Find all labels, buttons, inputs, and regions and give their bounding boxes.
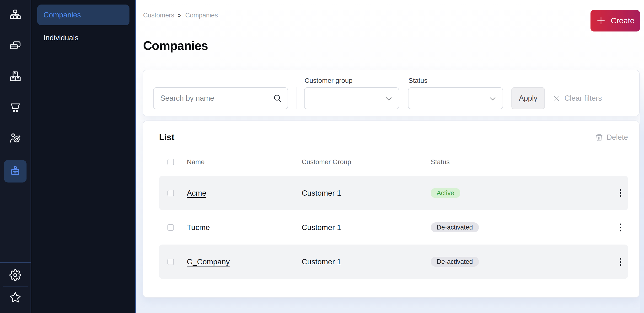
list-header: List Delete [159, 121, 628, 143]
topbar: Customers > Companies Create [136, 0, 644, 31]
table-header: Name Customer Group Status [159, 148, 628, 176]
org-chart-icon[interactable] [4, 3, 26, 26]
row-actions-kebab[interactable] [617, 256, 624, 268]
column-header-name: Name [187, 158, 302, 166]
customer-badge-icon[interactable] [4, 160, 26, 182]
chevron-down-icon [488, 94, 497, 103]
rail-divider [0, 262, 31, 263]
column-header-customer-group: Customer Group [302, 158, 431, 166]
customer-group-field: Customer group [304, 77, 399, 109]
filter-card: Customer group Status Apply Clear filter… [142, 70, 640, 116]
search-icon [273, 94, 282, 103]
breadcrumb-companies[interactable]: Companies [185, 12, 218, 19]
settings-gear-icon[interactable] [9, 269, 22, 281]
rail-divider [3, 287, 28, 287]
sidebar-item-individuals[interactable]: Individuals [37, 27, 130, 48]
sidebar-item-label: Individuals [44, 34, 78, 42]
status-field: Status [408, 77, 503, 109]
customer-group-cell: Customer 1 [302, 223, 431, 232]
favorites-star-icon[interactable] [9, 291, 22, 304]
status-label: Status [408, 77, 503, 84]
clear-filters-label: Clear filters [564, 94, 602, 103]
customer-group-cell: Customer 1 [302, 189, 431, 197]
delete-label: Delete [606, 133, 628, 142]
row-checkbox[interactable] [168, 190, 174, 196]
status-badge: Active [431, 188, 460, 198]
search-input[interactable] [153, 87, 288, 109]
secondary-sidebar: Companies Individuals [31, 0, 136, 313]
target-audience-icon[interactable] [4, 127, 26, 149]
payments-icon[interactable] [4, 34, 26, 57]
chevron-down-icon [384, 94, 393, 103]
company-name-link[interactable]: G_Company [187, 257, 230, 266]
row-actions-kebab[interactable] [617, 187, 624, 199]
create-button-label: Create [611, 16, 634, 25]
sidebar-item-label: Companies [44, 11, 81, 19]
apply-button[interactable]: Apply [512, 87, 545, 109]
breadcrumb-customers[interactable]: Customers [143, 12, 174, 19]
list-card: List Delete Name Customer Group Status A… [142, 121, 640, 298]
row-actions-kebab[interactable] [617, 221, 624, 234]
delete-button[interactable]: Delete [595, 133, 628, 142]
column-header-status: Status [431, 158, 613, 166]
list-heading: List [159, 132, 174, 143]
row-checkbox[interactable] [168, 224, 174, 231]
icon-rail [0, 0, 31, 313]
cart-icon[interactable] [4, 96, 26, 118]
table-body: Acme Customer 1 Active Tucme Customer 1 … [159, 176, 628, 279]
company-name-link[interactable]: Acme [187, 189, 206, 197]
main-content: Customers > Companies Create Companies C… [136, 0, 644, 313]
clear-x-icon [552, 94, 560, 102]
row-checkbox[interactable] [168, 259, 174, 265]
customer-group-cell: Customer 1 [302, 257, 431, 266]
trash-icon [595, 133, 603, 142]
company-name-link[interactable]: Tucme [187, 223, 210, 232]
table-row: G_Company Customer 1 De-activated [159, 245, 628, 279]
sidebar-item-companies[interactable]: Companies [37, 4, 130, 25]
search-field [153, 87, 288, 109]
app-root: Companies Individuals Customers > Compan… [0, 0, 644, 313]
filter-divider [296, 87, 296, 109]
breadcrumb: Customers > Companies [143, 12, 218, 19]
customer-group-select[interactable] [304, 87, 399, 109]
breadcrumb-separator: > [178, 12, 182, 19]
customer-group-label: Customer group [304, 77, 399, 84]
clear-filters-button[interactable]: Clear filters [552, 87, 602, 109]
status-badge: De-activated [431, 222, 479, 232]
select-all-checkbox[interactable] [168, 159, 174, 165]
status-select[interactable] [408, 87, 503, 109]
page-title: Companies [143, 38, 644, 53]
create-button[interactable]: Create [590, 10, 640, 31]
status-badge: De-activated [431, 257, 479, 267]
plus-icon [596, 16, 606, 26]
scroll-track [640, 79, 644, 313]
table-row: Acme Customer 1 Active [159, 176, 628, 210]
packages-icon[interactable] [4, 65, 26, 88]
table-row: Tucme Customer 1 De-activated [159, 210, 628, 245]
